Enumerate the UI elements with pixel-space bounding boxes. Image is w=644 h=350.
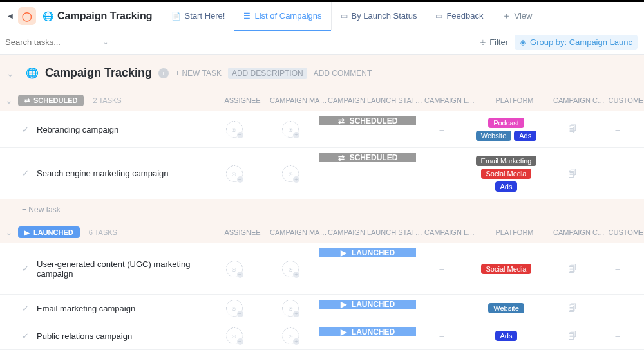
page-title: Campaign Tracking bbox=[45, 66, 152, 80]
status-cell[interactable]: ⇄SCHEDULED bbox=[319, 153, 416, 162]
manager-add[interactable]: ⍟ bbox=[282, 261, 299, 277]
status-icon: ⇄ bbox=[338, 153, 345, 162]
globe-icon: 🌐 bbox=[43, 11, 53, 21]
platform-tag[interactable]: Podcast bbox=[488, 118, 524, 128]
breadcrumb-title[interactable]: Campaign Tracking bbox=[57, 10, 153, 22]
status-cell[interactable]: ⇄SCHEDULED bbox=[319, 116, 416, 125]
copy-icon[interactable]: 🗐 bbox=[568, 331, 577, 341]
tab-feedback[interactable]: ▭Feedback bbox=[426, 2, 492, 30]
view-tabs: 📄Start Here! ☰List of Campaigns ▭By Laun… bbox=[162, 2, 542, 30]
status-cell[interactable]: ▶LAUNCHED bbox=[319, 300, 416, 309]
copy-icon[interactable]: 🗐 bbox=[568, 169, 577, 179]
group-launched: ⌄▶LAUNCHED6 TASKSASSIGNEECAMPAIGN MANA..… bbox=[0, 222, 644, 350]
empty-dash: – bbox=[615, 125, 620, 134]
task-name[interactable]: Search engine marketing campaign bbox=[37, 169, 207, 178]
manager-add[interactable]: ⍟ bbox=[282, 121, 299, 138]
assignee-add[interactable]: ⍟ bbox=[226, 300, 243, 317]
platform-tag[interactable]: Ads bbox=[514, 131, 536, 141]
empty-dash: – bbox=[439, 264, 444, 273]
col-assignee: ASSIGNEE bbox=[215, 228, 270, 236]
manager-add[interactable]: ⍟ bbox=[282, 300, 299, 317]
task-row[interactable]: ✓Search engine marketing campaign⍟⍟⇄SCHE… bbox=[0, 147, 644, 199]
copy-icon[interactable]: 🗐 bbox=[568, 124, 577, 134]
assignee-add[interactable]: ⍟ bbox=[226, 165, 243, 182]
empty-dash: – bbox=[615, 331, 620, 341]
col-manager: CAMPAIGN MANA... bbox=[270, 228, 328, 236]
col-copy: CAMPAIGN COPY bbox=[553, 97, 608, 104]
filter-button[interactable]: ⏚Filter bbox=[474, 35, 515, 50]
new-task-inline[interactable]: + New task bbox=[0, 199, 644, 218]
task-row[interactable]: ✓Rebranding campaign⍟⍟⇄SCHEDULED–Podcast… bbox=[0, 111, 644, 147]
check-icon[interactable]: ✓ bbox=[22, 169, 29, 178]
add-comment-button[interactable]: ADD COMMENT bbox=[314, 69, 372, 78]
check-icon[interactable]: ✓ bbox=[22, 331, 29, 341]
status-icon: ▶ bbox=[341, 327, 346, 336]
status-icon: ⇄ bbox=[24, 97, 30, 104]
platform-tag[interactable]: Website bbox=[476, 131, 512, 141]
chevron-down-icon[interactable]: ⌄ bbox=[103, 39, 108, 46]
status-icon: ⇄ bbox=[338, 116, 345, 125]
status-pill-label: LAUNCHED bbox=[33, 228, 73, 236]
tab-start-here[interactable]: 📄Start Here! bbox=[162, 2, 234, 30]
task-row[interactable]: ✓User-generated content (UGC) marketing … bbox=[0, 243, 644, 294]
status-pill[interactable]: ▶LAUNCHED bbox=[18, 226, 80, 238]
platform-tags: Social Media bbox=[478, 262, 535, 275]
assignee-add[interactable]: ⍟ bbox=[226, 121, 243, 138]
add-view-button[interactable]: ＋View bbox=[493, 2, 542, 30]
task-name[interactable]: Public relations campaign bbox=[37, 331, 207, 341]
copy-icon[interactable]: 🗐 bbox=[568, 303, 577, 313]
platform-tag[interactable]: Social Media bbox=[481, 264, 532, 274]
check-icon[interactable]: ✓ bbox=[22, 304, 29, 313]
page-body: ⌄ 🌐 Campaign Tracking i + NEW TASK ADD D… bbox=[0, 55, 644, 350]
status-cell[interactable]: ▶LAUNCHED bbox=[319, 248, 416, 257]
board-icon: ▭ bbox=[435, 12, 442, 21]
tab-by-launch-status[interactable]: ▭By Launch Status bbox=[331, 2, 426, 30]
check-icon[interactable]: ✓ bbox=[22, 125, 29, 134]
task-row[interactable]: ✓Public relations campaign⍟⍟▶LAUNCHED–Ad… bbox=[0, 322, 644, 349]
col-link: CAMPAIGN LINK bbox=[424, 97, 476, 104]
doc-icon: 📄 bbox=[171, 12, 181, 21]
task-name[interactable]: Rebranding campaign bbox=[37, 125, 207, 134]
task-count: 6 TASKS bbox=[89, 228, 117, 236]
col-link: CAMPAIGN LINK bbox=[424, 228, 476, 236]
status-cell[interactable]: ▶LAUNCHED bbox=[319, 327, 416, 336]
platform-tags: Email MarketingSocial MediaAds bbox=[468, 154, 545, 193]
task-name[interactable]: User-generated content (UGC) marketing c… bbox=[37, 259, 207, 279]
back-caret-icon[interactable]: ◀ bbox=[5, 12, 15, 19]
topbar: ◀ ◯ 🌐 Campaign Tracking 📄Start Here! ☰Li… bbox=[0, 2, 644, 30]
search-input[interactable] bbox=[3, 33, 99, 51]
check-icon[interactable]: ✓ bbox=[22, 264, 29, 273]
task-name[interactable]: Email marketing campaign bbox=[37, 304, 207, 313]
new-task-button[interactable]: + NEW TASK bbox=[175, 69, 222, 78]
tab-list-of-campaigns[interactable]: ☰List of Campaigns bbox=[234, 2, 330, 30]
empty-dash: – bbox=[615, 169, 620, 178]
status-cell-label: LAUNCHED bbox=[352, 327, 395, 336]
platform-tag[interactable]: Social Media bbox=[481, 169, 532, 179]
board-icon: ▭ bbox=[341, 12, 348, 21]
platform-tag[interactable]: Website bbox=[488, 303, 524, 313]
platform-tag[interactable]: Ads bbox=[495, 181, 518, 192]
add-description-button[interactable]: ADD DESCRIPTION bbox=[228, 68, 307, 79]
status-pill[interactable]: ⇄SCHEDULED bbox=[18, 95, 84, 106]
manager-add[interactable]: ⍟ bbox=[282, 327, 299, 344]
chevron-down-icon[interactable]: ⌄ bbox=[5, 95, 13, 106]
list-icon: ☰ bbox=[243, 12, 251, 21]
copy-icon[interactable]: 🗐 bbox=[568, 264, 577, 274]
assignee-add[interactable]: ⍟ bbox=[226, 261, 243, 277]
platform-tags: Ads bbox=[493, 329, 520, 342]
assignee-add[interactable]: ⍟ bbox=[226, 327, 243, 344]
info-icon[interactable]: i bbox=[158, 68, 169, 78]
task-row[interactable]: ✓Email marketing campaign⍟⍟▶LAUNCHED–Web… bbox=[0, 294, 644, 322]
chevron-down-icon[interactable]: ⌄ bbox=[5, 227, 13, 237]
platform-tag[interactable]: Ads bbox=[495, 331, 518, 341]
groupby-button[interactable]: ◈Group by: Campaign Launc bbox=[515, 35, 638, 50]
group-header: ⌄⇄SCHEDULED2 TASKSASSIGNEECAMPAIGN MANA.… bbox=[0, 90, 644, 111]
collapse-icon[interactable]: ⌄ bbox=[6, 68, 14, 78]
plus-icon: ＋ bbox=[502, 10, 511, 22]
status-cell-label: LAUNCHED bbox=[352, 248, 395, 257]
col-assignee: ASSIGNEE bbox=[215, 97, 270, 104]
manager-add[interactable]: ⍟ bbox=[282, 165, 299, 182]
platform-tag[interactable]: Email Marketing bbox=[476, 156, 537, 166]
space-logo[interactable]: ◯ bbox=[18, 7, 36, 25]
platform-tags: PodcastWebsiteAds bbox=[468, 116, 545, 142]
